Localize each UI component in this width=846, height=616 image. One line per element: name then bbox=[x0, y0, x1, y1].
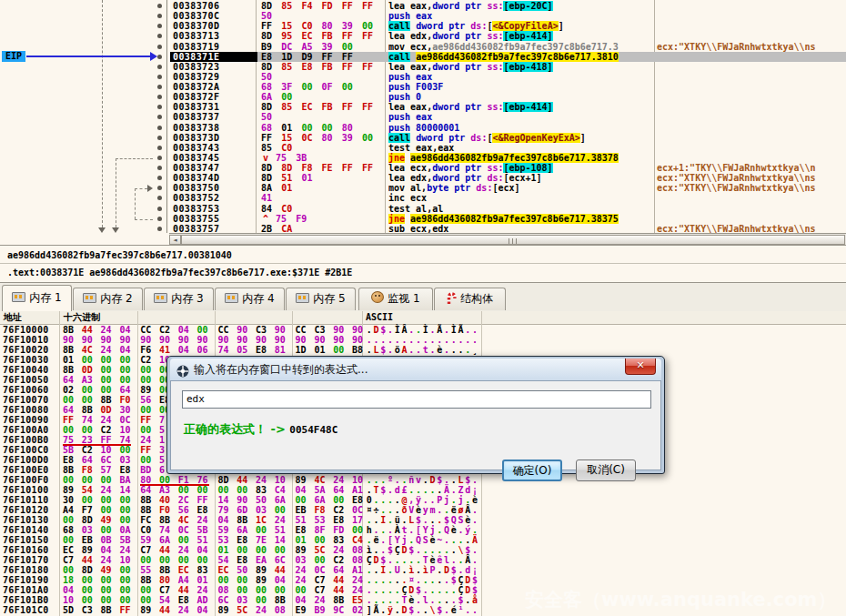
instruction-text: push eax bbox=[388, 112, 654, 122]
memory-row[interactable]: 76F101008954241464A30000000083C4045A64A1… bbox=[0, 485, 846, 495]
memory-row[interactable]: 76F10170C74424100000000054E8EA6C0300C208… bbox=[0, 555, 846, 565]
gutter-dot-icon[interactable] bbox=[157, 65, 162, 69]
disasm-row[interactable]: 003837508A01mov al,byte ptr ds:[ecx]ecx:… bbox=[0, 183, 846, 193]
scroll-left-arrow-icon[interactable]: ◄ bbox=[169, 235, 181, 245]
memory-byte: 00 bbox=[101, 365, 112, 375]
disasm-horizontal-scrollbar[interactable]: ◄ bbox=[169, 233, 846, 246]
gutter-dot-icon[interactable] bbox=[157, 126, 162, 130]
memory-ascii-char: . bbox=[422, 515, 429, 525]
memory-row[interactable]: 76F10190180000008B80A4010000890424C74424… bbox=[0, 575, 846, 585]
memory-byte: 00 bbox=[256, 545, 267, 555]
disasm-row[interactable]: 0038372A683F000F00push F003F bbox=[0, 82, 846, 92]
memory-row[interactable]: 76F100208B4C2404F64104067405E8811D0100B8… bbox=[0, 345, 846, 355]
disasm-row[interactable]: 0038372F6A00push 0 bbox=[0, 92, 846, 102]
gutter-dot-icon[interactable] bbox=[157, 207, 162, 211]
disasm-row[interactable]: 0038375384C0test al,al bbox=[0, 204, 846, 214]
memory-ascii-char: ñ bbox=[408, 475, 416, 485]
tab-内存-5[interactable]: 内存 5 bbox=[286, 288, 356, 310]
tab-内存-1[interactable]: 内存 1 bbox=[2, 285, 72, 311]
memory-row[interactable]: 76F10180008D4900558BEC83EC508944240C64A1… bbox=[0, 565, 846, 575]
memory-icon bbox=[154, 289, 167, 310]
memory-ascii-char: U bbox=[394, 565, 401, 575]
memory-ascii-char: 0 bbox=[366, 495, 373, 505]
memory-row[interactable]: 76F1015000EB0B5B596A005153E87E14010083C4… bbox=[0, 535, 846, 545]
memory-byte: 8B bbox=[140, 505, 151, 515]
disasm-row[interactable]: 003837478D8DF8FEFFFFlea ecx,dword ptr ss… bbox=[0, 163, 846, 173]
memory-byte: 00 bbox=[140, 405, 151, 415]
tab-结构体[interactable]: 结构体 bbox=[434, 288, 506, 310]
disasm-row[interactable]: 003837386801000080push 80000001 bbox=[0, 123, 846, 133]
memory-row[interactable]: 76F10110300000008B402CFF1490506A006A00E8… bbox=[0, 495, 846, 505]
memory-row[interactable]: 76F101406803000AC0740C5B596A0051E88FFD00… bbox=[0, 525, 846, 535]
memory-byte: C2 bbox=[140, 355, 151, 365]
memory-row[interactable]: 76F10120A4F700008BF056E8796D0300EBF8C20C… bbox=[0, 505, 846, 515]
disasm-row[interactable]: 003837068D85F4FDFFFFlea eax,dword ptr ss… bbox=[0, 1, 846, 11]
gutter-dot-icon[interactable] bbox=[157, 4, 162, 8]
memory-ascii-char: h bbox=[366, 525, 373, 535]
gutter-dot-icon[interactable] bbox=[157, 55, 162, 59]
gutter-dot-icon[interactable] bbox=[157, 156, 162, 160]
disasm-row[interactable]: 0038375241inc ecx bbox=[0, 193, 846, 203]
memory-byte: 02 bbox=[352, 605, 363, 615]
memory-byte: 3 bbox=[159, 445, 165, 455]
tab-内存-4[interactable]: 内存 4 bbox=[215, 288, 285, 310]
disasm-row[interactable]: 00383755^75F9jne ae986dd436082fb9a7fec39… bbox=[0, 214, 846, 224]
memory-byte: 10 bbox=[101, 445, 112, 455]
disasm-row[interactable]: 0038370DFF15C0803900call dword ptr ds:[<… bbox=[0, 21, 846, 31]
disasm-row[interactable]: 0038373750push eax bbox=[0, 112, 846, 122]
disasm-row[interactable]: 0038372950push eax bbox=[0, 72, 846, 82]
close-icon[interactable]: ✕ bbox=[625, 358, 656, 375]
memory-ascii-char: . bbox=[422, 585, 429, 595]
gutter-dot-icon[interactable] bbox=[157, 227, 162, 231]
memory-ascii-char: Q bbox=[443, 525, 450, 535]
memory-row[interactable]: 76F100F0000000BA8000F1768D442410894C2410… bbox=[0, 475, 846, 485]
memory-byte: 90 bbox=[101, 335, 112, 345]
gutter-dot-icon[interactable] bbox=[157, 75, 162, 79]
disasm-row[interactable]: 0038370C50push eax bbox=[0, 11, 846, 21]
memory-byte: 44 bbox=[333, 585, 344, 595]
memory-byte: 06 bbox=[197, 345, 208, 355]
memory-ascii-char: ~ bbox=[437, 535, 444, 545]
disasm-row[interactable]: 00383719B9DCA53900mov ecx,ae986dd436082f… bbox=[0, 42, 846, 52]
memory-byte: C2 bbox=[82, 445, 93, 455]
tab-监视-1[interactable]: 监视 1 bbox=[358, 288, 433, 310]
gutter-dot-icon[interactable] bbox=[157, 217, 162, 221]
instruction-text: push F003F bbox=[388, 82, 654, 92]
memory-row[interactable]: 76F100008B442404CCC20400CC90C390CCC39090… bbox=[0, 325, 846, 335]
disasm-row[interactable]: 003837138D95ECFBFFFFlea edx,dword ptr ss… bbox=[0, 31, 846, 41]
gutter-dot-icon[interactable] bbox=[157, 136, 162, 140]
disasm-row[interactable]: 0038374D8D5101lea edx,dword ptr ds:[ecx+… bbox=[0, 173, 846, 183]
memory-byte: E5 bbox=[352, 595, 363, 605]
dialog-title-bar[interactable]: 输入将在内存窗口中转到的表达式... ✕ bbox=[170, 358, 661, 380]
disasm-row[interactable]: 0038373DFF150C803900call dword ptr ds:[<… bbox=[0, 133, 846, 143]
memory-ascii-char: Ç bbox=[458, 585, 465, 595]
disasm-row[interactable]: 003837318D85ECFBFFFFlea eax,dword ptr ss… bbox=[0, 102, 846, 112]
disassembly-pane[interactable]: 003837068D85F4FDFFFFlea eax,dword ptr ss… bbox=[0, 0, 846, 233]
memory-byte: 14 bbox=[217, 495, 228, 505]
dialog-body: edx 正确的表达式！ -> 0054F48C 确定(O) 取消(C) bbox=[170, 380, 661, 470]
expression-input[interactable]: edx bbox=[182, 390, 651, 409]
memory-byte: 83 bbox=[256, 485, 267, 495]
scrollbar-thumb[interactable] bbox=[181, 235, 845, 245]
memory-row[interactable]: 76F10160EC890424C744240401000000895C2408… bbox=[0, 545, 846, 555]
ok-button[interactable]: 确定(O) bbox=[502, 459, 562, 481]
memory-row[interactable]: 76F10130008D4900FC8B4C24048B1C245153E817… bbox=[0, 515, 846, 525]
memory-header-row: 地址 十六进制 ASCII bbox=[0, 311, 846, 325]
gutter-dot-icon[interactable] bbox=[157, 45, 162, 49]
memory-row[interactable]: 76F1001090909090909090909090909090909090… bbox=[0, 335, 846, 345]
tab-内存-3[interactable]: 内存 3 bbox=[144, 288, 214, 310]
memory-ascii-char: . bbox=[387, 595, 394, 605]
tab-内存-2[interactable]: 内存 2 bbox=[73, 288, 143, 310]
memory-ascii-char: . bbox=[450, 345, 458, 355]
disasm-row[interactable]: 00383745v753Bjne ae986dd436082fb9a7fec39… bbox=[0, 153, 846, 163]
memory-ascii-char: . bbox=[401, 515, 408, 525]
disasm-row[interactable]: 003837238D85E8FBFFFFlea eax,dword ptr ss… bbox=[0, 62, 846, 72]
memory-byte: 14 bbox=[119, 485, 130, 495]
gutter-dot-icon[interactable] bbox=[157, 85, 162, 89]
gutter-dot-icon[interactable] bbox=[157, 146, 162, 150]
cancel-button[interactable]: 取消(C) bbox=[576, 459, 636, 481]
instruction-text: mov al,byte ptr ds:[ecx] bbox=[388, 183, 654, 193]
memory-byte: 00 bbox=[140, 585, 151, 595]
memory-address: 76F10040 bbox=[3, 365, 49, 375]
disasm-row[interactable]: 0038374385C0test eax,eax bbox=[0, 143, 846, 153]
